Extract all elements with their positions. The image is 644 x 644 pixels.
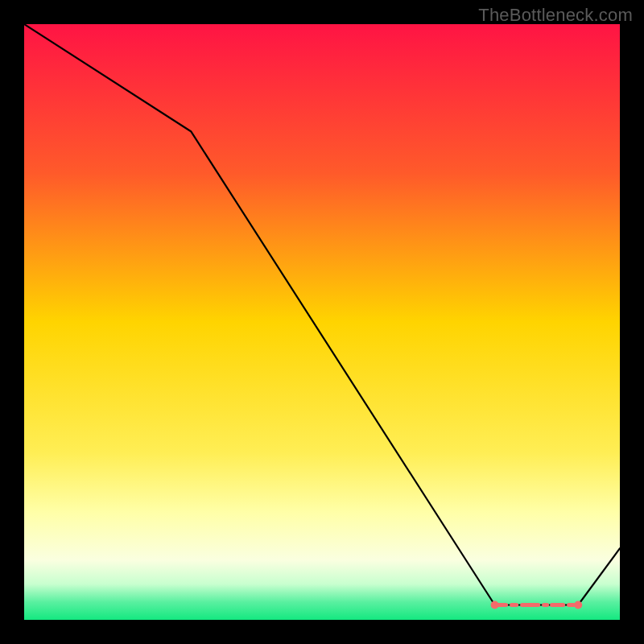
svg-point-1: [491, 601, 499, 609]
gradient-background: [24, 24, 620, 620]
svg-point-2: [574, 601, 582, 609]
chart-frame: TheBottleneck.com: [0, 0, 644, 644]
chart-svg: [24, 24, 620, 620]
watermark-text: TheBottleneck.com: [478, 5, 633, 26]
plot-area: [24, 24, 620, 620]
